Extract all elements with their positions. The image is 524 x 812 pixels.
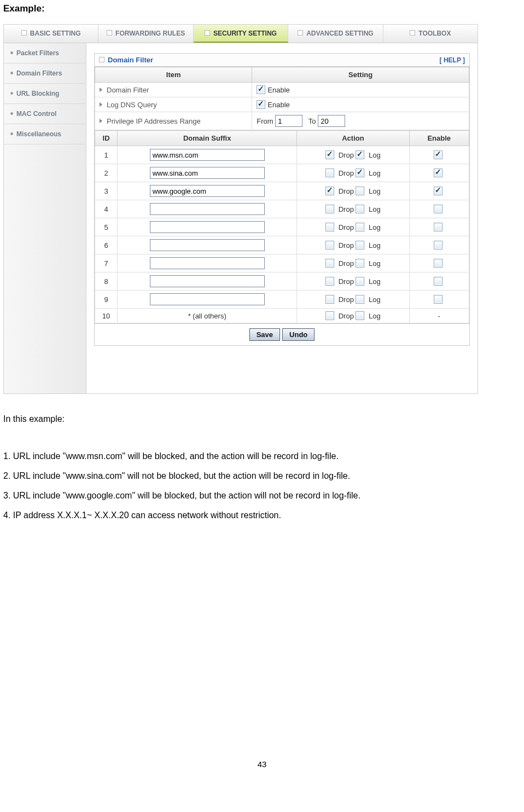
sidebar-item-label: Packet Filters: [16, 49, 59, 57]
log-checkbox[interactable]: [356, 205, 364, 213]
priv-to-input[interactable]: [318, 115, 345, 127]
caret-icon: [100, 88, 102, 92]
rule-domain-suffix-cell: [118, 236, 297, 254]
domain-suffix-input[interactable]: [150, 221, 265, 233]
enable-domain-filter-checkbox[interactable]: [257, 85, 265, 94]
drop-checkbox[interactable]: [325, 259, 334, 268]
rule-enable-cell: [409, 291, 469, 309]
sidebar-item-packet-filters[interactable]: Packet Filters: [4, 43, 86, 63]
sidebar: Packet Filters Domain Filters URL Blocki…: [4, 43, 86, 393]
rule-enable-cell: [409, 236, 469, 254]
rule-id: 4: [95, 200, 118, 218]
example-heading: Example:: [3, 3, 521, 14]
page-number: 43: [3, 759, 521, 769]
rule-row: 2 Drop Log: [95, 164, 469, 182]
log-checkbox[interactable]: [356, 311, 364, 320]
rule-domain-suffix-cell: [118, 200, 297, 218]
drop-checkbox[interactable]: [325, 187, 334, 195]
drop-checkbox[interactable]: [325, 169, 334, 177]
drop-checkbox[interactable]: [325, 150, 334, 159]
log-checkbox[interactable]: [356, 223, 364, 231]
sidebar-item-domain-filters[interactable]: Domain Filters: [4, 63, 86, 84]
sidebar-item-url-blocking[interactable]: URL Blocking: [4, 84, 86, 104]
top-nav: BASIC SETTING FORWARDING RULES SECURITY …: [4, 25, 478, 43]
panel-icon: [99, 57, 104, 62]
enable-checkbox[interactable]: [434, 150, 443, 159]
log-checkbox[interactable]: [356, 295, 364, 304]
enable-checkbox[interactable]: [434, 187, 443, 195]
drop-checkbox[interactable]: [325, 295, 334, 304]
rule-row: 6 Drop Log: [95, 236, 469, 254]
rule-id: 5: [95, 218, 118, 236]
enable-checkbox[interactable]: [434, 259, 443, 268]
drop-label: Drop: [336, 295, 356, 304]
tab-basic-setting[interactable]: BASIC SETTING: [4, 25, 98, 43]
row-label: Log DNS Query: [107, 101, 157, 109]
domain-suffix-input[interactable]: [150, 257, 265, 269]
button-row: SaveUndo: [95, 323, 469, 345]
save-button[interactable]: Save: [249, 328, 280, 341]
rule-action-cell: Drop Log: [297, 236, 409, 254]
tab-icon: [410, 30, 415, 36]
enable-checkbox[interactable]: [434, 241, 443, 250]
undo-button[interactable]: Undo: [282, 328, 315, 341]
drop-checkbox[interactable]: [325, 277, 334, 286]
help-link[interactable]: [ HELP ]: [440, 56, 465, 64]
rule-action-cell: Drop Log: [297, 200, 409, 218]
bullet-icon: [10, 92, 13, 95]
tab-advanced-setting[interactable]: ADVANCED SETTING: [288, 25, 383, 43]
col-action: Action: [297, 131, 409, 146]
drop-label: Drop: [336, 277, 356, 286]
tab-forwarding-rules[interactable]: FORWARDING RULES: [98, 25, 193, 43]
log-label: Log: [366, 312, 380, 320]
rule-action-cell: Drop Log: [297, 146, 409, 164]
tab-icon: [107, 30, 112, 36]
domain-suffix-input[interactable]: [150, 275, 265, 287]
rule-id: 2: [95, 164, 118, 182]
log-checkbox[interactable]: [356, 277, 364, 286]
rule-action-cell: Drop Log: [297, 218, 409, 236]
log-checkbox[interactable]: [356, 241, 364, 250]
domain-suffix-input[interactable]: [150, 167, 265, 179]
tab-icon: [298, 30, 303, 36]
rule-domain-suffix-cell: [118, 164, 297, 182]
log-checkbox[interactable]: [356, 150, 364, 159]
enable-checkbox[interactable]: [434, 205, 443, 213]
tab-security-setting[interactable]: SECURITY SETTING: [194, 25, 288, 43]
rules-table: ID Domain Suffix Action Enable 1 Drop Lo…: [95, 130, 469, 323]
sidebar-item-mac-control[interactable]: MAC Control: [4, 104, 86, 124]
sidebar-item-miscellaneous[interactable]: Miscellaneous: [4, 124, 86, 144]
explain-line: 2. URL include "www.sina.com" will not b…: [3, 467, 521, 485]
drop-checkbox[interactable]: [325, 223, 334, 231]
rule-action-cell: Drop Log: [297, 182, 409, 200]
rule-id: 9: [95, 291, 118, 309]
drop-checkbox[interactable]: [325, 205, 334, 213]
domain-suffix-input[interactable]: [150, 293, 265, 305]
enable-log-dns-checkbox[interactable]: [257, 100, 265, 109]
drop-label: Drop: [336, 205, 356, 213]
domain-suffix-input[interactable]: [150, 203, 265, 215]
domain-suffix-input[interactable]: [150, 185, 265, 197]
drop-checkbox[interactable]: [325, 311, 334, 320]
tab-toolbox[interactable]: TOOLBOX: [383, 25, 478, 43]
domain-suffix-input[interactable]: [150, 149, 265, 161]
log-label: Log: [366, 205, 380, 213]
enable-checkbox[interactable]: [434, 169, 443, 177]
drop-checkbox[interactable]: [325, 241, 334, 250]
enable-checkbox[interactable]: [434, 277, 443, 286]
domain-suffix-input[interactable]: [150, 239, 265, 251]
rule-enable-cell: [409, 254, 469, 272]
rule-enable-cell: -: [409, 309, 469, 323]
tab-label: BASIC SETTING: [30, 30, 81, 37]
sidebar-item-label: URL Blocking: [16, 90, 59, 97]
rule-action-cell: Drop Log: [297, 164, 409, 182]
enable-checkbox[interactable]: [434, 295, 443, 304]
log-checkbox[interactable]: [356, 187, 364, 195]
log-label: Log: [366, 151, 380, 159]
row-label: Domain Filter: [107, 86, 149, 94]
drop-label: Drop: [336, 259, 356, 268]
log-checkbox[interactable]: [356, 259, 364, 268]
log-checkbox[interactable]: [356, 169, 364, 177]
priv-from-input[interactable]: [275, 115, 302, 127]
enable-checkbox[interactable]: [434, 223, 443, 231]
